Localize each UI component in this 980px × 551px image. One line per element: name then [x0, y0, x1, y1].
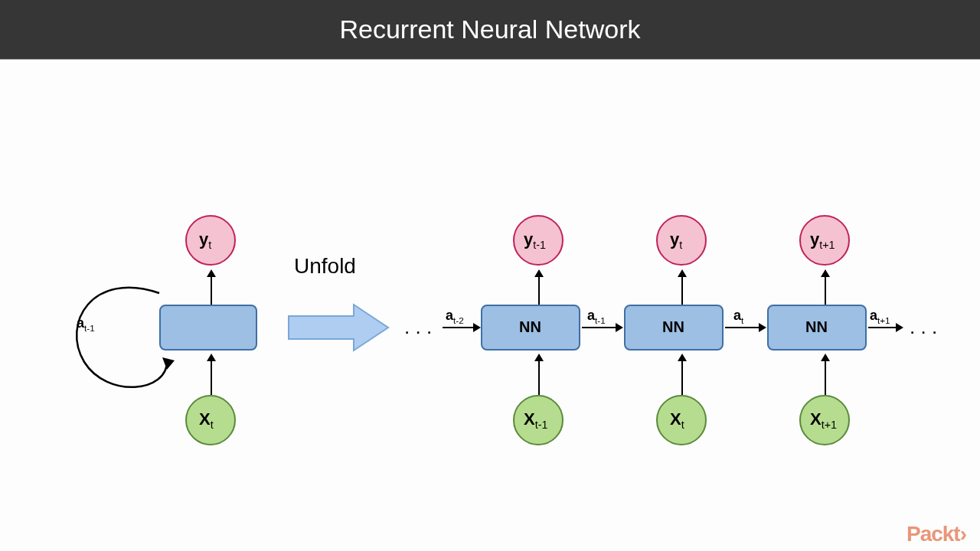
ellipsis-right: . . . [910, 315, 937, 339]
svg-marker-0 [162, 357, 175, 370]
u2-y-label: yt [670, 230, 682, 251]
u3-x-label: Xt+1 [810, 409, 837, 431]
u1-arrow-x-to-box [538, 355, 540, 395]
ellipsis-left: . . . [404, 315, 432, 339]
u2-arrow-x-to-box [681, 355, 683, 395]
u2-arrow-box-to-y [681, 271, 683, 305]
brand-logo: Packt› [906, 522, 966, 546]
loop-label: at-1 [77, 315, 95, 333]
hidden-arrow-2 [582, 327, 622, 328]
u1-box-label: NN [519, 318, 541, 336]
folded-x-label: Xt [199, 409, 214, 431]
title-bar: Recurrent Neural Network [0, 0, 980, 60]
hidden-label-1: at-2 [446, 308, 464, 325]
recurrent-loop-icon [69, 278, 180, 400]
u1-x-label: Xt-1 [524, 409, 547, 431]
folded-y-label: yt [199, 230, 211, 251]
hidden-arrow-3 [725, 327, 765, 328]
hidden-arrow-1 [443, 327, 479, 328]
u3-arrow-x-to-box [825, 355, 826, 395]
u3-y-label: yt+1 [810, 230, 835, 251]
unfold-arrow-icon [285, 302, 392, 353]
u2-box-label: NN [662, 318, 684, 336]
u2-x-label: Xt [670, 409, 684, 431]
u3-box-label: NN [805, 318, 828, 336]
hidden-arrow-4 [868, 327, 902, 328]
unfold-label: Unfold [294, 254, 356, 279]
folded-arrow-box-to-y [211, 271, 212, 305]
u3-arrow-box-to-y [825, 271, 826, 305]
folded-arrow-x-to-box [211, 355, 212, 395]
page-title: Recurrent Neural Network [339, 15, 640, 44]
u1-y-label: yt-1 [524, 230, 546, 251]
u1-arrow-box-to-y [538, 271, 540, 305]
hidden-label-4: at+1 [870, 308, 890, 325]
diagram-canvas: at-1 yt Xt Unfold . . . yt-1 Xt-1 NN yt … [0, 60, 980, 551]
hidden-label-3: at [733, 308, 743, 325]
hidden-label-2: at-1 [587, 308, 606, 325]
